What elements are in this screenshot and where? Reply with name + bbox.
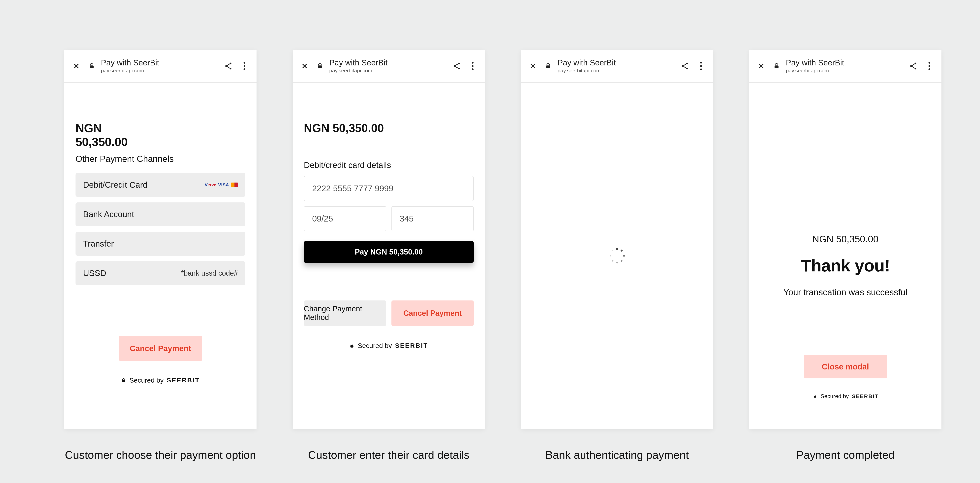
svg-point-13	[472, 65, 474, 67]
channel-ussd-label: USSD	[83, 268, 106, 278]
seerbit-logo: SEERBIT	[395, 342, 428, 349]
channel-transfer[interactable]: Transfer	[75, 232, 245, 256]
svg-point-21	[700, 65, 702, 67]
caption-screen-4: Payment completed	[749, 448, 942, 461]
channel-bank-label: Bank Account	[83, 210, 134, 219]
channel-card[interactable]: Debit/Credit Card Verve VISA	[75, 173, 245, 197]
visa-logo: VISA	[218, 182, 229, 188]
close-icon[interactable]	[756, 61, 767, 71]
lock-icon	[316, 62, 324, 70]
card-cvv-input[interactable]: 345	[391, 206, 474, 231]
channel-ussd[interactable]: USSD *bank ussd code#	[75, 261, 245, 285]
card-number-input[interactable]: 2222 5555 7777 9999	[304, 176, 474, 201]
browser-title: Pay with SeerBit	[558, 58, 616, 67]
browser-toolbar: Pay with SeerBit pay.seerbitapi.com	[64, 50, 256, 83]
success-message: Your transcation was successful	[760, 287, 930, 297]
secured-by-footer: Secured by SEERBIT	[75, 376, 245, 384]
svg-rect-8	[318, 65, 322, 68]
amount-display: NGN 50,350.00	[75, 121, 245, 149]
close-icon[interactable]	[528, 61, 538, 71]
card-expiry-input[interactable]: 09/25	[304, 206, 386, 231]
browser-url[interactable]: pay.seerbitapi.com	[101, 68, 159, 74]
svg-point-12	[472, 62, 474, 64]
svg-rect-16	[546, 65, 550, 68]
close-modal-button[interactable]: Close modal	[804, 355, 887, 378]
secured-by-footer: Secured by SEERBIT	[760, 393, 930, 400]
browser-title: Pay with SeerBit	[101, 58, 159, 67]
browser-toolbar: Pay with SeerBit pay.seerbitapi.com	[293, 50, 485, 83]
svg-point-6	[243, 69, 245, 70]
card-brand-logos: Verve VISA	[205, 182, 238, 188]
caption-screen-3: Bank authenticating payment	[521, 448, 713, 461]
lock-icon	[772, 62, 781, 70]
screen-enter-card: Pay with SeerBit pay.seerbitapi.com NGN …	[293, 50, 485, 429]
lock-icon	[812, 394, 818, 399]
svg-point-27	[616, 262, 618, 263]
svg-point-23	[616, 248, 618, 250]
more-icon[interactable]	[927, 61, 932, 71]
svg-point-36	[929, 65, 930, 67]
change-payment-method-button[interactable]: Change Payment Method	[304, 300, 386, 326]
close-icon[interactable]	[71, 61, 81, 71]
card-form-label: Debit/credit card details	[304, 161, 474, 170]
verve-logo: Verve	[205, 182, 216, 188]
browser-url[interactable]: pay.seerbitapi.com	[558, 68, 616, 74]
svg-point-29	[609, 255, 611, 257]
more-icon[interactable]	[471, 61, 475, 71]
svg-point-25	[623, 255, 625, 257]
svg-point-26	[620, 260, 622, 262]
browser-title: Pay with SeerBit	[329, 58, 387, 67]
screen-authenticating: Pay with SeerBit pay.seerbitapi.com	[521, 50, 713, 429]
svg-rect-7	[122, 380, 125, 382]
svg-point-4	[243, 62, 245, 64]
channel-transfer-label: Transfer	[83, 239, 114, 249]
share-icon[interactable]	[223, 61, 234, 71]
lock-icon	[121, 378, 126, 383]
browser-title: Pay with SeerBit	[786, 58, 844, 67]
cancel-payment-button[interactable]: Cancel Payment	[119, 336, 202, 361]
channel-bank-account[interactable]: Bank Account	[75, 202, 245, 226]
mastercard-logo	[231, 183, 238, 187]
amount-display: NGN 50,350.00	[304, 121, 474, 135]
seerbit-logo: SEERBIT	[167, 376, 200, 384]
lock-icon	[88, 62, 96, 70]
secured-by-footer: Secured by SEERBIT	[304, 342, 474, 349]
lock-icon	[544, 62, 552, 70]
share-icon[interactable]	[908, 61, 918, 71]
svg-rect-15	[350, 345, 353, 348]
svg-point-37	[929, 69, 930, 70]
channel-ussd-hint: *bank ussd code#	[181, 269, 238, 277]
loading-spinner-icon	[609, 247, 626, 264]
channels-heading: Other Payment Channels	[75, 154, 245, 164]
svg-point-5	[243, 65, 245, 67]
browser-url[interactable]: pay.seerbitapi.com	[329, 68, 387, 74]
close-icon[interactable]	[299, 61, 310, 71]
more-icon[interactable]	[242, 61, 247, 71]
cancel-payment-button[interactable]: Cancel Payment	[391, 300, 474, 326]
svg-point-14	[472, 69, 474, 70]
svg-point-28	[612, 260, 613, 262]
share-icon[interactable]	[452, 61, 462, 71]
svg-rect-31	[775, 65, 778, 68]
svg-rect-0	[90, 65, 94, 68]
browser-toolbar: Pay with SeerBit pay.seerbitapi.com	[749, 50, 942, 83]
caption-screen-2: Customer enter their card details	[293, 448, 485, 461]
svg-point-22	[700, 69, 702, 70]
amount-display: NGN 50,350.00	[760, 234, 930, 245]
more-icon[interactable]	[699, 61, 703, 71]
share-icon[interactable]	[680, 61, 690, 71]
svg-point-24	[620, 250, 622, 252]
svg-point-30	[612, 250, 613, 251]
seerbit-logo: SEERBIT	[852, 393, 878, 400]
browser-url[interactable]: pay.seerbitapi.com	[786, 68, 844, 74]
lock-icon	[349, 343, 355, 348]
caption-screen-1: Customer choose their payment option	[64, 448, 256, 461]
svg-point-20	[700, 62, 702, 64]
browser-toolbar: Pay with SeerBit pay.seerbitapi.com	[521, 50, 713, 83]
pay-button[interactable]: Pay NGN 50,350.00	[304, 241, 474, 263]
screen-completed: Pay with SeerBit pay.seerbitapi.com NGN …	[749, 50, 942, 429]
channel-card-label: Debit/Credit Card	[83, 180, 148, 190]
svg-point-35	[929, 62, 930, 64]
screen-choose-payment: Pay with SeerBit pay.seerbitapi.com NGN …	[64, 50, 256, 429]
svg-rect-38	[814, 396, 816, 397]
